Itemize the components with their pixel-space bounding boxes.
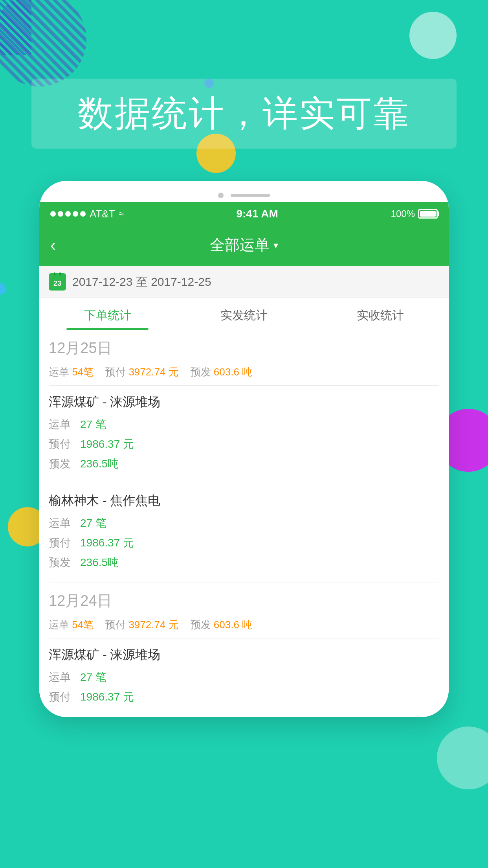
section-date-dec25: 12月25日 (49, 340, 112, 356)
tab-actual-send[interactable]: 实发统计 (176, 298, 312, 330)
section-header-dec25: 12月25日 (39, 330, 449, 361)
battery-icon (418, 209, 438, 219)
stat-value-orders-1: 27 笔 (80, 417, 106, 432)
summary-presend-dec25: 预发 603.6 吨 (191, 365, 253, 379)
date-range-bar[interactable]: 23 2017-12-23 至 2017-12-25 (39, 266, 449, 298)
stat-label-presend-2: 预发 (49, 555, 80, 570)
tab-actual-receive[interactable]: 实收统计 (312, 298, 449, 330)
signal-dots (50, 211, 86, 217)
signal-dot-2 (58, 211, 63, 217)
tab-order-stats-label: 下单统计 (84, 309, 131, 322)
headline-banner: 数据统计，详实可靠 (31, 79, 457, 149)
summary-presend-dec24: 预发 603.6 吨 (191, 618, 253, 632)
tab-bar: 下单统计 实发统计 实收统计 (39, 298, 449, 330)
stat-value-prepay-1: 1986.37 元 (80, 437, 134, 452)
stat-value-orders-3: 27 笔 (80, 670, 106, 685)
summary-prepay-dec24: 预付 3972.74 元 (105, 618, 178, 632)
route-stat-presend-2: 预发 236.5吨 (49, 555, 439, 570)
summary-prepay-dec25: 预付 3972.74 元 (105, 365, 178, 379)
battery-fill (420, 211, 436, 217)
stat-value-orders-2: 27 笔 (80, 516, 106, 531)
summary-presend-value-dec25: 603.6 吨 (214, 366, 252, 378)
nav-title-text: 全部运单 (210, 235, 270, 255)
calendar-icon: 23 (49, 273, 66, 291)
nav-bar: ‹ 全部运单 ▾ (39, 226, 449, 266)
back-button[interactable]: ‹ (50, 236, 56, 255)
cal-number: 23 (53, 280, 61, 288)
phone-camera (218, 193, 224, 198)
status-right: 100% (391, 208, 438, 219)
stat-label-prepay-1: 预付 (49, 437, 80, 452)
tab-actual-send-label: 实发统计 (220, 309, 268, 322)
date-range-text: 2017-12-23 至 2017-12-25 (72, 274, 211, 290)
stat-label-orders-1: 运单 (49, 417, 80, 432)
route-stat-prepay-3: 预付 1986.37 元 (49, 690, 439, 704)
route-title-2: 榆林神木 - 焦作焦电 (49, 492, 439, 509)
signal-dot-3 (65, 211, 71, 217)
signal-dot-1 (50, 211, 56, 217)
route-stat-presend-1: 预发 236.5吨 (49, 456, 439, 471)
tab-actual-receive-label: 实收统计 (357, 309, 404, 322)
status-bar: AT&T ≈ 9:41 AM 100% (39, 202, 449, 226)
deco-circle-white-topright (409, 12, 457, 59)
stat-label-orders-3: 运单 (49, 670, 80, 685)
route-card-1: 浑源煤矿 - 涞源堆场 运单 27 笔 预付 1986.37 元 预发 236.… (39, 386, 449, 484)
summary-orders-value-dec25: 54笔 (72, 366, 94, 378)
summary-orders-dec25: 运单 54笔 (49, 365, 94, 379)
battery-percent: 100% (391, 208, 415, 219)
carrier-label: AT&T (90, 208, 115, 220)
route-card-2: 榆林神木 - 焦作焦电 运单 27 笔 预付 1986.37 元 预发 236.… (39, 484, 449, 583)
route-stat-orders-2: 运单 27 笔 (49, 516, 439, 531)
route-stat-orders-1: 运单 27 笔 (49, 417, 439, 432)
tab-order-stats[interactable]: 下单统计 (39, 298, 176, 330)
stat-value-presend-2: 236.5吨 (80, 555, 119, 570)
summary-presend-value-dec24: 603.6 吨 (214, 619, 252, 631)
cal-pin-left (54, 272, 55, 276)
signal-dot-5 (80, 211, 86, 217)
stat-label-presend-1: 预发 (49, 456, 80, 471)
stat-label-prepay-2: 预付 (49, 535, 80, 550)
stat-value-prepay-2: 1986.37 元 (80, 535, 134, 550)
summary-prepay-value-dec25: 3972.74 元 (128, 366, 178, 378)
stat-value-presend-1: 236.5吨 (80, 456, 119, 471)
nav-title-area: 全部运单 ▾ (210, 235, 278, 255)
route-title-1: 浑源煤矿 - 涞源堆场 (49, 394, 439, 411)
status-left: AT&T ≈ (50, 208, 124, 220)
deco-striped-circle-topleft (0, 0, 86, 86)
wifi-icon: ≈ (119, 209, 124, 219)
phone-speaker (231, 194, 270, 197)
section-summary-dec24: 运单 54笔 预付 3972.74 元 预发 603.6 吨 (39, 614, 449, 638)
summary-orders-value-dec24: 54笔 (72, 619, 94, 631)
section-summary-dec25: 运单 54笔 预付 3972.74 元 预发 603.6 吨 (39, 361, 449, 385)
headline-text: 数据统计，详实可靠 (78, 94, 410, 133)
stat-label-prepay-3: 预付 (49, 690, 80, 704)
section-header-dec24: 12月24日 (39, 583, 449, 614)
nav-dropdown-arrow-icon[interactable]: ▾ (273, 240, 278, 251)
route-card-3: 浑源煤矿 - 涞源堆场 运单 27 笔 预付 1986.37 元 (39, 638, 449, 717)
stat-value-prepay-3: 1986.37 元 (80, 690, 134, 704)
summary-prepay-value-dec24: 3972.74 元 (128, 619, 178, 631)
phone-notch (39, 193, 449, 202)
phone-mockup: AT&T ≈ 9:41 AM 100% ‹ 全部运单 ▾ 23 2017-12-… (39, 181, 449, 717)
stat-label-orders-2: 运单 (49, 516, 80, 531)
route-stat-prepay-1: 预付 1986.37 元 (49, 437, 439, 452)
summary-orders-dec24: 运单 54笔 (49, 618, 94, 632)
status-time: 9:41 AM (236, 208, 278, 220)
content-area: 12月25日 运单 54笔 预付 3972.74 元 预发 603.6 吨 浑源… (39, 330, 449, 717)
signal-dot-4 (73, 211, 78, 217)
route-stat-prepay-2: 预付 1986.37 元 (49, 535, 439, 550)
cal-pin-right (59, 272, 61, 276)
section-date-dec24: 12月24日 (49, 592, 112, 609)
route-title-3: 浑源煤矿 - 涞源堆场 (49, 646, 439, 664)
route-stat-orders-3: 运单 27 笔 (49, 670, 439, 685)
deco-circle-blue-left (0, 283, 6, 295)
deco-circle-teal-bottomright (437, 726, 488, 789)
